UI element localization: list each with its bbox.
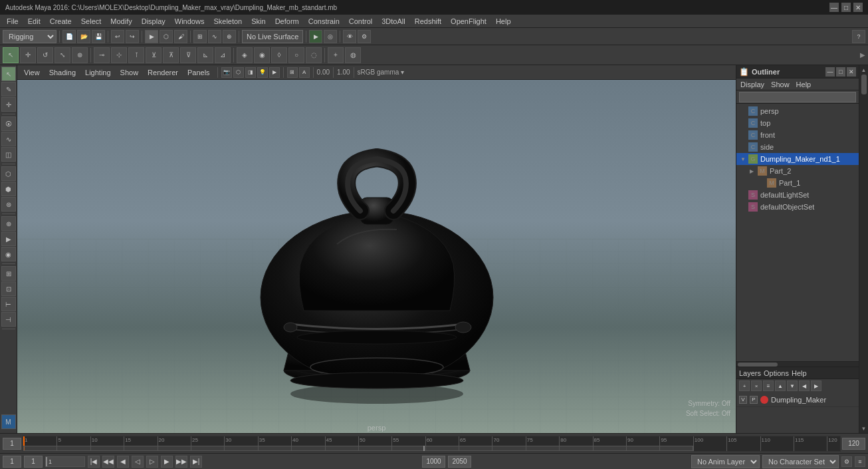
- move-tool-icon[interactable]: ✛: [20, 47, 36, 63]
- play-backward-button[interactable]: ◁: [132, 456, 144, 468]
- color-profile-dropdown[interactable]: sRGB gamma ▾: [358, 69, 405, 76]
- menu-skeleton[interactable]: Skeleton: [209, 17, 246, 26]
- outliner-close-button[interactable]: ✕: [847, 67, 856, 77]
- range-start-input[interactable]: [422, 456, 445, 468]
- vp-grid-icon[interactable]: ⊞: [287, 67, 298, 78]
- char-set-dropdown[interactable]: No Character Set: [762, 455, 839, 468]
- tree-item-top[interactable]: C top: [736, 117, 859, 129]
- universal-tool-icon[interactable]: ⊕: [72, 47, 88, 63]
- menu-file[interactable]: File: [3, 17, 23, 26]
- layer-options-icon[interactable]: ≡: [763, 381, 774, 391]
- show-hide-icon[interactable]: 👁: [343, 30, 356, 43]
- undo-icon[interactable]: ↩: [111, 30, 124, 43]
- outliner-options-tab[interactable]: Options: [764, 369, 789, 377]
- character-icon[interactable]: ◍: [345, 47, 361, 63]
- vp-render-icon[interactable]: ▶: [269, 67, 280, 78]
- save-file-icon[interactable]: 💾: [92, 30, 105, 43]
- frame-scrub-bar[interactable]: 1: [45, 456, 85, 467]
- redo-icon[interactable]: ↪: [126, 30, 139, 43]
- joint-tool-icon[interactable]: ⊸: [94, 47, 110, 63]
- tree-item-dumpling-maker[interactable]: ▼ G Dumpling_Maker_nd1_1: [736, 153, 859, 165]
- surface-lt-icon[interactable]: ◫: [1, 147, 16, 162]
- outliner-h-scroll-thumb[interactable]: [738, 363, 778, 367]
- constraint-aim-icon[interactable]: ◉: [254, 47, 270, 63]
- lasso-icon[interactable]: ⬡: [160, 30, 173, 43]
- vp-menu-view[interactable]: View: [20, 68, 44, 77]
- skin-tool-icon[interactable]: ⊺: [128, 47, 144, 63]
- snap-point-icon[interactable]: ⊕: [223, 30, 236, 43]
- menu-deform[interactable]: Deform: [271, 17, 303, 26]
- outliner-menu-show[interactable]: Show: [768, 80, 792, 89]
- select-tool-icon[interactable]: ↖: [3, 47, 19, 63]
- scroll-thumb[interactable]: [861, 75, 867, 94]
- layer-right-icon[interactable]: ▶: [811, 381, 821, 391]
- constraint-point-icon[interactable]: ◈: [237, 47, 253, 63]
- tree-item-objectset[interactable]: S defaultObjectSet: [736, 201, 859, 213]
- maximize-button[interactable]: □: [841, 3, 851, 12]
- curve-lt-icon[interactable]: ∿: [1, 132, 16, 146]
- outliner-maximize-button[interactable]: □: [836, 67, 845, 77]
- outliner-horizontal-scrollbar[interactable]: [736, 361, 859, 367]
- layer-down-icon[interactable]: ▼: [787, 381, 798, 391]
- menu-skin[interactable]: Skin: [247, 17, 269, 26]
- vp-shaded-icon[interactable]: ◨: [245, 67, 256, 78]
- softmod-icon[interactable]: ⊿: [215, 47, 231, 63]
- paint-icon[interactable]: 🖌: [174, 30, 187, 43]
- next-key-button[interactable]: ▶: [161, 456, 173, 468]
- outliner-layers-tab[interactable]: Layers: [739, 369, 761, 377]
- vp-menu-renderer[interactable]: Renderer: [144, 68, 182, 77]
- render-icon[interactable]: ▶: [309, 30, 322, 43]
- open-file-icon[interactable]: 📂: [77, 30, 90, 43]
- snap-curve-icon[interactable]: ∿: [208, 30, 221, 43]
- snap-lt-icon[interactable]: ⊡: [1, 281, 16, 296]
- ik-tool-icon[interactable]: ⊹: [111, 47, 127, 63]
- shelf-end-icon[interactable]: ▶: [860, 51, 865, 59]
- outliner-search-input[interactable]: [739, 92, 856, 102]
- constraint-scale-icon[interactable]: ○: [288, 47, 304, 63]
- outliner-help-tab[interactable]: Help: [792, 369, 807, 377]
- tree-item-part1[interactable]: M Part_1: [736, 177, 859, 189]
- menu-constrain[interactable]: Constrain: [304, 17, 344, 26]
- no-live-surface-button[interactable]: No Live Surface: [242, 30, 303, 43]
- play-button[interactable]: ▷: [146, 456, 158, 468]
- menu-control[interactable]: Control: [345, 17, 376, 26]
- rigging-lt-icon[interactable]: ⊕: [1, 216, 16, 231]
- menu-help[interactable]: Help: [492, 17, 515, 26]
- menu-3dtoall[interactable]: 3DtoAll: [378, 17, 409, 26]
- vp-wireframe-icon[interactable]: ⬡: [233, 67, 244, 78]
- range-end-input[interactable]: [448, 456, 471, 468]
- render-lt-icon[interactable]: ◉: [1, 247, 16, 261]
- vp-aa-icon[interactable]: A: [299, 67, 310, 78]
- set-driven-icon[interactable]: +: [328, 47, 344, 63]
- menu-select[interactable]: Select: [77, 17, 106, 26]
- menu-edit[interactable]: Edit: [24, 17, 45, 26]
- constraint-parent-icon[interactable]: ◌: [306, 47, 322, 63]
- paint-select-icon[interactable]: ✎: [1, 82, 16, 96]
- select-icon[interactable]: ▶: [145, 30, 158, 43]
- grid-lt-icon[interactable]: ⊞: [1, 266, 16, 281]
- vp-menu-lighting[interactable]: Lighting: [81, 68, 115, 77]
- menu-redshift[interactable]: Redshift: [411, 17, 445, 26]
- tree-item-part2[interactable]: ▶ M Part_2: [736, 165, 859, 177]
- vp-cam-icon[interactable]: 📷: [221, 67, 232, 78]
- vp-light-icon[interactable]: 💡: [257, 67, 268, 78]
- next-frame-button[interactable]: ▶▶: [175, 456, 187, 468]
- select-mode-icon[interactable]: ↖: [1, 67, 16, 81]
- tree-item-front[interactable]: C front: [736, 129, 859, 141]
- constraint-orient-icon[interactable]: ◊: [271, 47, 287, 63]
- menu-create[interactable]: Create: [46, 17, 76, 26]
- layer-row[interactable]: V P Dumpling_Maker: [736, 392, 859, 407]
- vp-menu-panels[interactable]: Panels: [183, 68, 214, 77]
- scale-tool-icon[interactable]: ⤡: [54, 47, 70, 63]
- polygon-lt-icon[interactable]: ⬡: [1, 166, 16, 181]
- current-frame-input2[interactable]: [24, 456, 43, 468]
- current-frame-input[interactable]: [3, 456, 21, 468]
- tree-item-side[interactable]: C side: [736, 141, 859, 153]
- blend-icon[interactable]: ⊾: [197, 47, 213, 63]
- sculpt-lt-icon[interactable]: ⊛: [1, 197, 16, 212]
- viewport-canvas[interactable]: persp Symmetry: Off Soft Select: Off: [17, 80, 736, 433]
- layer-up-icon[interactable]: ▲: [775, 381, 786, 391]
- layer-playback-check[interactable]: P: [750, 396, 758, 404]
- info-lt-icon[interactable]: ⊣: [1, 312, 16, 327]
- tree-item-lightset[interactable]: S defaultLightSet: [736, 189, 859, 201]
